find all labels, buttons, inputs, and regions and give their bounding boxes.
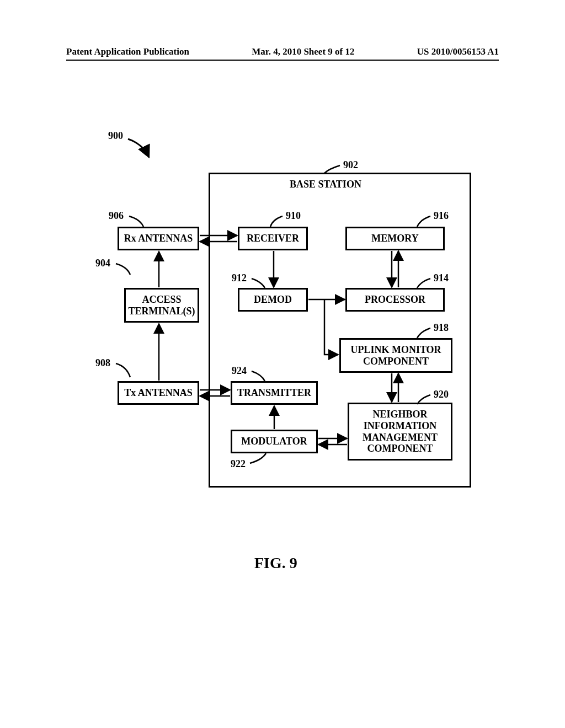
neighbor-l4: COMPONENT (367, 443, 433, 454)
ref-902: 902 (343, 159, 358, 171)
receiver-box: RECEIVER (238, 227, 308, 250)
receiver-text: RECEIVER (247, 233, 299, 244)
header-left: Patent Application Publication (66, 46, 189, 57)
header-center: Mar. 4, 2010 Sheet 9 of 12 (252, 46, 354, 57)
ref-918: 918 (434, 322, 449, 334)
processor-box: PROCESSOR (345, 288, 445, 312)
neighbor-l3: MANAGEMENT (363, 432, 438, 443)
access-terminals-l2: TERMINAL(S) (128, 306, 195, 317)
uplink-monitor-box: UPLINK MONITOR COMPONENT (339, 338, 452, 373)
memory-box: MEMORY (345, 227, 445, 250)
header-rule (66, 60, 499, 61)
page: Patent Application Publication Mar. 4, 2… (0, 0, 565, 728)
ref-908: 908 (95, 357, 110, 369)
figure-label: FIG. 9 (254, 554, 297, 572)
ref-916: 916 (434, 210, 449, 222)
uplink-l2: COMPONENT (363, 356, 429, 367)
access-terminals-box: ACCESS TERMINAL(S) (124, 288, 199, 323)
neighbor-l1: NEIGHBOR (372, 409, 427, 420)
tx-antennas-text: Tx ANTENNAS (124, 387, 193, 399)
ref-910: 910 (286, 210, 301, 222)
rx-antennas-box: Rx ANTENNAS (118, 227, 199, 250)
modulator-text: MODULATOR (241, 436, 307, 447)
transmitter-box: TRANSMITTER (231, 381, 318, 405)
ref-924: 924 (232, 365, 247, 377)
memory-text: MEMORY (371, 233, 418, 244)
ref-906: 906 (109, 210, 124, 222)
ref-922: 922 (231, 458, 246, 470)
transmitter-text: TRANSMITTER (237, 387, 311, 399)
access-terminals-l1: ACCESS (142, 294, 181, 306)
demod-text: DEMOD (254, 294, 292, 306)
rx-antennas-text: Rx ANTENNAS (124, 233, 193, 244)
ref-900: 900 (108, 130, 123, 142)
modulator-box: MODULATOR (231, 430, 318, 453)
tx-antennas-box: Tx ANTENNAS (118, 381, 199, 405)
processor-text: PROCESSOR (365, 294, 425, 306)
page-header: Patent Application Publication Mar. 4, 2… (66, 46, 499, 57)
ref-920: 920 (434, 389, 449, 400)
neighbor-box: NEIGHBOR INFORMATION MANAGEMENT COMPONEN… (348, 403, 452, 461)
ref-904: 904 (95, 258, 110, 269)
base-station-label: BASE STATION (290, 179, 361, 190)
ref-914: 914 (434, 272, 449, 284)
demod-box: DEMOD (238, 288, 308, 312)
ref-912: 912 (232, 272, 247, 284)
header-right: US 2010/0056153 A1 (417, 46, 499, 57)
uplink-l1: UPLINK MONITOR (350, 344, 441, 356)
neighbor-l2: INFORMATION (364, 420, 437, 432)
